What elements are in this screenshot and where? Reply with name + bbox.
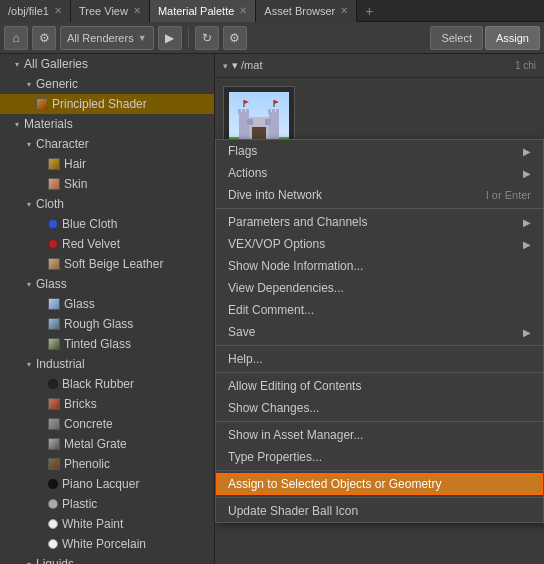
- sidebar-item-cloth[interactable]: ▾ Cloth: [0, 194, 214, 214]
- select-button[interactable]: Select: [430, 26, 483, 50]
- tab-asset-browser[interactable]: Asset Browser ✕: [256, 0, 357, 22]
- material-icon: [36, 98, 48, 110]
- sidebar-item-generic[interactable]: ▾ Generic: [0, 74, 214, 94]
- sidebar-item-soft-beige[interactable]: Soft Beige Leather: [0, 254, 214, 274]
- sidebar-item-liquids[interactable]: ▾ Liquids: [0, 554, 214, 564]
- svg-rect-3: [239, 112, 249, 142]
- tab-bar: /obj/file1 ✕ Tree View ✕ Material Palett…: [0, 0, 544, 22]
- svg-rect-7: [246, 109, 249, 114]
- renderer-right-arrow[interactable]: ▶: [158, 26, 182, 50]
- material-icon: [48, 458, 60, 470]
- tab-obj-file1[interactable]: /obj/file1 ✕: [0, 0, 71, 22]
- submenu-arrow-icon: ▶: [523, 327, 531, 338]
- material-icon: [48, 258, 60, 270]
- divider: [188, 28, 189, 48]
- menu-item-edit-comment[interactable]: Edit Comment...: [216, 299, 543, 321]
- color-swatch: [48, 539, 58, 549]
- menu-item-dive-into-network[interactable]: Dive into Network I or Enter: [216, 184, 543, 206]
- expand-arrow-icon: [36, 179, 46, 189]
- menu-item-show-node-info[interactable]: Show Node Information...: [216, 255, 543, 277]
- menu-item-flags[interactable]: Flags ▶: [216, 140, 543, 162]
- menu-item-help[interactable]: Help...: [216, 348, 543, 370]
- expand-arrow-icon: ▾: [24, 139, 34, 149]
- menu-separator: [216, 372, 543, 373]
- menu-item-type-properties[interactable]: Type Properties...: [216, 446, 543, 468]
- sidebar-item-red-velvet[interactable]: Red Velvet: [0, 234, 214, 254]
- sidebar-item-piano-lacquer[interactable]: Piano Lacquer: [0, 474, 214, 494]
- menu-item-show-changes[interactable]: Show Changes...: [216, 397, 543, 419]
- expand-arrow-icon: [36, 539, 46, 549]
- close-tab-icon[interactable]: ✕: [54, 5, 62, 16]
- sidebar-item-concrete[interactable]: Concrete: [0, 414, 214, 434]
- options-button[interactable]: ⚙: [223, 26, 247, 50]
- sidebar-item-skin[interactable]: Skin: [0, 174, 214, 194]
- menu-item-actions[interactable]: Actions ▶: [216, 162, 543, 184]
- refresh-button[interactable]: ↻: [195, 26, 219, 50]
- sidebar-item-character[interactable]: ▾ Character: [0, 134, 214, 154]
- sidebar-item-white-paint[interactable]: White Paint: [0, 514, 214, 534]
- sidebar-item-materials[interactable]: ▾ Materials: [0, 114, 214, 134]
- menu-item-allow-editing[interactable]: Allow Editing of Contents: [216, 375, 543, 397]
- renderer-select[interactable]: All Renderers ▼: [60, 26, 154, 50]
- home-button[interactable]: ⌂: [4, 26, 28, 50]
- sidebar-item-hair[interactable]: Hair: [0, 154, 214, 174]
- material-icon: [48, 178, 60, 190]
- sidebar-item-blue-cloth[interactable]: Blue Cloth: [0, 214, 214, 234]
- sidebar-item-industrial[interactable]: ▾ Industrial: [0, 354, 214, 374]
- context-menu: Flags ▶ Actions ▶ Dive into Network I or…: [215, 139, 544, 523]
- material-icon: [48, 338, 60, 350]
- close-tab-icon[interactable]: ✕: [340, 5, 348, 16]
- submenu-arrow-icon: ▶: [523, 217, 531, 228]
- color-swatch: [48, 519, 58, 529]
- renderer-dropdown-arrow: ▼: [138, 33, 147, 43]
- close-tab-icon[interactable]: ✕: [239, 5, 247, 16]
- color-swatch: [48, 479, 58, 489]
- color-swatch: [48, 219, 58, 229]
- tab-material-palette[interactable]: Material Palette ✕: [150, 0, 256, 22]
- material-icon: [48, 158, 60, 170]
- sidebar-item-glass[interactable]: ▾ Glass: [0, 274, 214, 294]
- add-tab-button[interactable]: +: [357, 3, 381, 19]
- submenu-arrow-icon: ▶: [523, 146, 531, 157]
- expand-arrow-icon: [36, 239, 46, 249]
- sidebar-item-tinted-glass[interactable]: Tinted Glass: [0, 334, 214, 354]
- assign-button[interactable]: Assign: [485, 26, 540, 50]
- sidebar-item-principled-shader[interactable]: Principled Shader: [0, 94, 214, 114]
- expand-arrow-icon: [36, 439, 46, 449]
- sidebar-item-phenolic[interactable]: Phenolic: [0, 454, 214, 474]
- menu-item-vex-vop-options[interactable]: VEX/VOP Options ▶: [216, 233, 543, 255]
- svg-rect-4: [269, 112, 279, 142]
- sidebar-item-white-porcelain[interactable]: White Porcelain: [0, 534, 214, 554]
- expand-arrow-icon: [36, 459, 46, 469]
- expand-arrow-icon: ▾: [24, 79, 34, 89]
- menu-item-parameters-and-channels[interactable]: Parameters and Channels ▶: [216, 211, 543, 233]
- menu-item-save[interactable]: Save ▶: [216, 321, 543, 343]
- close-tab-icon[interactable]: ✕: [133, 5, 141, 16]
- sidebar-item-metal-grate[interactable]: Metal Grate: [0, 434, 214, 454]
- settings-button[interactable]: ⚙: [32, 26, 56, 50]
- menu-item-assign-to-selected[interactable]: Assign to Selected Objects or Geometry: [216, 473, 543, 495]
- tab-tree-view[interactable]: Tree View ✕: [71, 0, 150, 22]
- expand-arrow-icon: [36, 519, 46, 529]
- sidebar-item-glass-mat[interactable]: Glass: [0, 294, 214, 314]
- sidebar-item-bricks[interactable]: Bricks: [0, 394, 214, 414]
- svg-rect-6: [242, 109, 245, 114]
- menu-item-update-shader-ball[interactable]: Update Shader Ball Icon: [216, 500, 543, 522]
- sidebar-item-plastic[interactable]: Plastic: [0, 494, 214, 514]
- sidebar-item-rough-glass[interactable]: Rough Glass: [0, 314, 214, 334]
- main-content: ▾ All Galleries ▾ Generic Principled Sha…: [0, 54, 544, 564]
- svg-rect-12: [247, 119, 253, 125]
- menu-separator: [216, 497, 543, 498]
- collapse-arrow-icon: ▾: [223, 61, 228, 71]
- expand-arrow-icon: ▾: [24, 279, 34, 289]
- expand-arrow-icon: [36, 159, 46, 169]
- material-tree-panel: ▾ All Galleries ▾ Generic Principled Sha…: [0, 54, 215, 564]
- svg-rect-10: [276, 109, 279, 114]
- expand-arrow-icon: [36, 339, 46, 349]
- submenu-arrow-icon: ▶: [523, 168, 531, 179]
- sidebar-item-all-galleries[interactable]: ▾ All Galleries: [0, 54, 214, 74]
- menu-item-view-dependencies[interactable]: View Dependencies...: [216, 277, 543, 299]
- menu-item-show-in-asset-manager[interactable]: Show in Asset Manager...: [216, 424, 543, 446]
- expand-arrow-icon: [36, 319, 46, 329]
- sidebar-item-black-rubber[interactable]: Black Rubber: [0, 374, 214, 394]
